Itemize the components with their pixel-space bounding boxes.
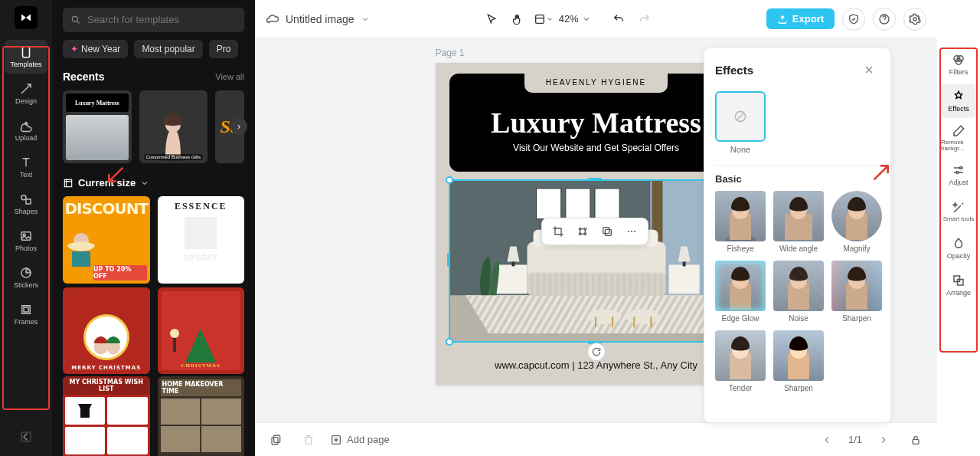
recents-more[interactable]: ›	[230, 118, 247, 135]
grid-thumb[interactable]: MERRY CHRISTMAS	[63, 287, 150, 375]
effect-tender[interactable]: Tender	[715, 330, 766, 392]
adjust-icon	[952, 163, 965, 177]
rail-opacity[interactable]: Opacity	[941, 231, 976, 265]
shapes-icon	[19, 192, 33, 206]
headline: Luxury Mattress	[491, 106, 701, 139]
cursor-tool[interactable]	[481, 8, 502, 30]
help-button[interactable]	[873, 8, 896, 31]
effect-wide-angle[interactable]: Wide angle	[773, 191, 824, 253]
pages-button[interactable]	[266, 429, 287, 451]
rail-adjust[interactable]: Adjust	[941, 158, 976, 192]
svg-point-49	[626, 309, 659, 324]
svg-rect-41	[594, 189, 619, 219]
svg-point-55	[584, 233, 586, 235]
nav-frames[interactable]: Frames	[5, 297, 47, 331]
stickers-icon	[19, 266, 33, 280]
nav-design[interactable]: Design	[5, 77, 47, 110]
chip-pro[interactable]: Pro	[209, 40, 239, 58]
grid-thumb[interactable]: ESSENCE30%OFF	[158, 196, 245, 284]
collapse-button[interactable]	[19, 430, 33, 447]
nav-shapes[interactable]: Shapes	[5, 187, 47, 221]
rail-effects[interactable]: Effects	[941, 84, 976, 118]
export-icon	[777, 14, 788, 25]
svg-rect-73	[730, 284, 751, 310]
nav-upload[interactable]: Upload	[5, 113, 47, 147]
resize-handle[interactable]	[447, 253, 450, 267]
svg-rect-40	[565, 189, 590, 219]
rail-remove-bg[interactable]: Remove backgr...	[941, 121, 976, 155]
svg-rect-51	[650, 317, 652, 327]
svg-rect-57	[603, 228, 609, 234]
recent-thumb[interactable]: Luxury Mattress	[63, 90, 132, 163]
nav-text[interactable]: Text	[5, 150, 47, 184]
rotate-handle[interactable]	[587, 343, 606, 361]
rail-smart-tools[interactable]: Smart tools	[941, 195, 976, 228]
effect-sharpen[interactable]: Sharpen	[831, 261, 882, 323]
crop-button[interactable]	[548, 221, 568, 241]
chevron-down-icon	[582, 15, 591, 24]
design-icon	[19, 82, 33, 96]
rail-arrange[interactable]: Arrange	[941, 268, 976, 302]
recents-view-all[interactable]: View all	[215, 72, 244, 81]
card-header[interactable]: HEAVENLY HYGIENE Luxury Mattress Visit O…	[449, 74, 743, 172]
search-icon	[70, 15, 81, 25]
svg-rect-62	[272, 437, 278, 444]
grid-thumb[interactable]: CHRISTMAS	[158, 287, 245, 375]
delete-page-button[interactable]	[298, 429, 319, 451]
lock-button[interactable]	[905, 429, 926, 451]
effect-sharpen-2[interactable]: Sharpen	[773, 330, 824, 392]
size-icon	[63, 178, 74, 189]
nav-templates[interactable]: Templates	[5, 40, 47, 74]
photos-icon	[19, 229, 33, 243]
effect-fisheye[interactable]: Fisheye	[715, 191, 766, 253]
resize-tool[interactable]	[533, 8, 554, 30]
svg-point-52	[579, 228, 581, 230]
current-size-toggle[interactable]: Current size	[63, 177, 244, 189]
template-grid: DISCOUNT UP TO 20% OFF ESSENCE30%OFF MER…	[63, 196, 244, 456]
chip-most-popular[interactable]: Most popular	[134, 40, 202, 58]
shield-button[interactable]	[842, 8, 865, 31]
settings-button[interactable]	[903, 8, 926, 31]
resize-handle[interactable]	[446, 338, 453, 346]
svg-rect-45	[682, 261, 685, 266]
redo-button[interactable]	[634, 8, 655, 30]
recents-row: Luxury Mattress Customized Business Gift…	[63, 90, 244, 163]
main-area: Untitled image 42% Export	[255, 0, 937, 456]
svg-rect-8	[21, 432, 31, 441]
grid-thumb[interactable]: HOME MAKEOVER TIME	[158, 376, 245, 456]
chip-new-year[interactable]: ✦New Year	[63, 40, 128, 58]
hand-tool[interactable]	[507, 8, 528, 30]
effect-edge-glow[interactable]: Edge Glow	[715, 261, 766, 323]
next-page[interactable]	[873, 429, 894, 451]
selected-photo[interactable]	[449, 179, 744, 343]
undo-button[interactable]	[608, 8, 629, 30]
nav-stickers[interactable]: Stickers	[5, 261, 47, 294]
resize-handle[interactable]	[588, 178, 602, 181]
rail-filters[interactable]: Filters	[941, 48, 976, 81]
prev-page[interactable]	[816, 429, 838, 451]
add-page-button[interactable]: Add page	[330, 434, 390, 446]
svg-point-87	[956, 172, 959, 174]
smart-button[interactable]	[573, 221, 593, 241]
effect-noise[interactable]: Noise	[773, 261, 824, 323]
effect-none[interactable]	[715, 91, 766, 142]
close-effects[interactable]	[858, 59, 880, 80]
svg-rect-42	[496, 264, 527, 294]
svg-rect-7	[24, 307, 28, 312]
copy-button[interactable]	[597, 221, 617, 241]
grid-thumb[interactable]: MY CHRISTMAS WISH LIST	[63, 376, 150, 456]
grid-thumb[interactable]: DISCOUNT UP TO 20% OFF	[63, 196, 150, 284]
more-button[interactable]	[622, 221, 642, 241]
recent-thumb[interactable]: Customized Business Gifts	[139, 90, 208, 163]
effect-magnify[interactable]: Magnify	[831, 191, 882, 253]
svg-rect-48	[612, 317, 613, 327]
search-input[interactable]	[63, 8, 244, 32]
app-logo[interactable]	[15, 6, 38, 29]
chevron-down-icon	[140, 179, 149, 188]
document-title[interactable]: Untitled image	[266, 12, 370, 26]
nav-photos[interactable]: Photos	[5, 224, 47, 258]
filters-icon	[952, 53, 965, 67]
resize-handle[interactable]	[446, 176, 453, 184]
zoom-level[interactable]: 42%	[559, 13, 591, 25]
export-button[interactable]: Export	[766, 8, 835, 29]
